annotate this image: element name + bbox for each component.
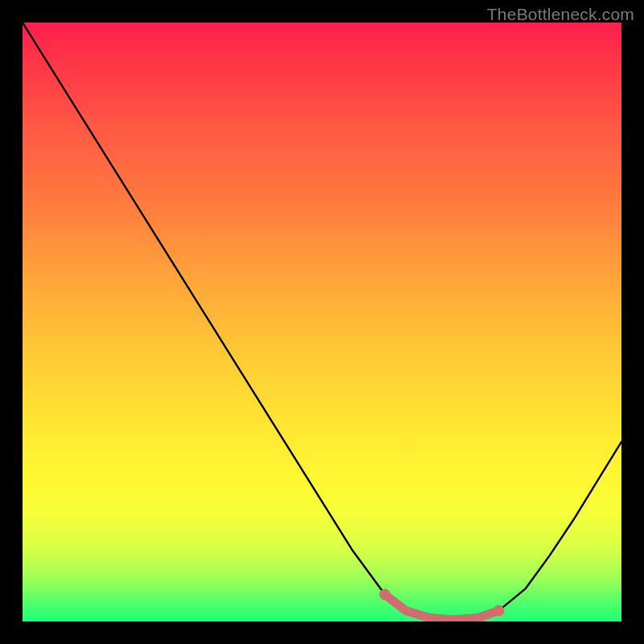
curve-layer xyxy=(23,23,621,621)
highlight-endpoint-left xyxy=(379,589,390,601)
watermark-text: TheBottleneck.com xyxy=(487,5,634,24)
chart-stage: TheBottleneck.com xyxy=(0,0,644,644)
highlight-endpoint-right xyxy=(493,605,504,617)
optimal-region-highlight xyxy=(385,595,498,620)
plot-area xyxy=(23,23,621,621)
bottleneck-curve xyxy=(23,23,621,620)
